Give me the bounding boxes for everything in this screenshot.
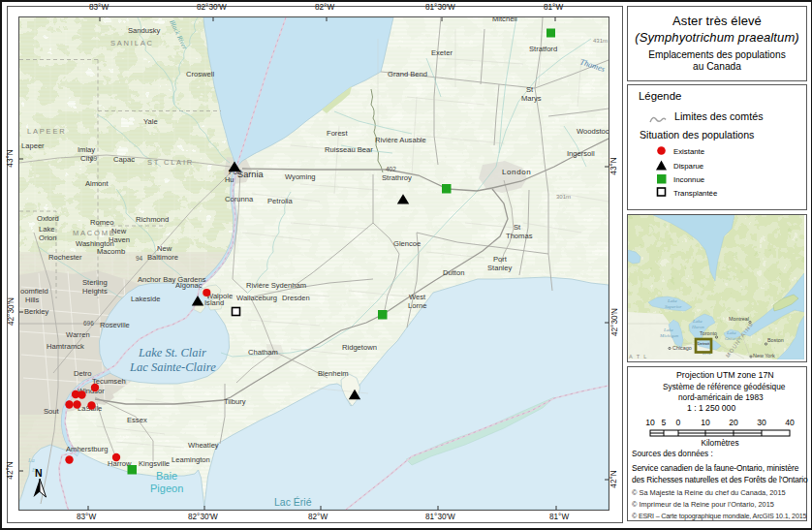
svg-text:Essex: Essex <box>127 416 147 424</box>
svg-text:A T L: A T L <box>629 354 648 359</box>
svg-text:5: 5 <box>662 418 667 427</box>
svg-text:40: 40 <box>785 418 795 427</box>
svg-text:30: 30 <box>757 418 766 427</box>
svg-text:Glencoe: Glencoe <box>393 239 421 248</box>
svg-text:Lac Sainte-Claire: Lac Sainte-Claire <box>129 360 216 374</box>
svg-text:St: St <box>526 85 534 94</box>
svg-text:Marys: Marys <box>521 94 542 103</box>
svg-text:Yale: Yale <box>143 117 158 126</box>
svg-text:Warren: Warren <box>66 330 90 339</box>
svg-text:LAPEER: LAPEER <box>27 127 66 136</box>
svg-text:Roseville: Roseville <box>100 321 130 329</box>
svg-text:Petrolia: Petrolia <box>267 197 294 205</box>
svg-text:Almont: Almont <box>85 179 109 188</box>
svg-text:301m: 301m <box>556 194 571 200</box>
svg-text:Thomas: Thomas <box>506 232 533 240</box>
svg-text:Pigeon: Pigeon <box>150 483 183 494</box>
svg-text:Berkley: Berkley <box>24 307 49 316</box>
svg-text:Detro: Detro <box>74 369 92 378</box>
svg-text:431m: 431m <box>593 38 608 44</box>
svg-text:Sout: Sout <box>44 407 60 416</box>
svg-text:Tilbury: Tilbury <box>224 397 246 406</box>
svg-text:402: 402 <box>386 166 396 172</box>
svg-text:Boston: Boston <box>767 337 784 343</box>
svg-text:Rivière Ausable: Rivière Ausable <box>375 136 426 144</box>
svg-text:Port: Port <box>493 255 508 264</box>
svg-text:Lake: Lake <box>692 319 703 324</box>
svg-text:Leamington: Leamington <box>172 455 210 464</box>
svg-text:Capac: Capac <box>113 155 135 164</box>
svg-text:Macomb: Macomb <box>97 247 125 256</box>
svg-text:Ridgetown: Ridgetown <box>342 343 377 352</box>
svg-text:10: 10 <box>645 418 655 427</box>
svg-text:Hamtramck: Hamtramck <box>47 342 84 351</box>
svg-text:Chatham: Chatham <box>248 348 278 357</box>
svg-text:Lake: Lake <box>39 225 54 234</box>
svg-text:Chicago: Chicago <box>672 345 692 351</box>
svg-text:St: St <box>514 223 521 232</box>
svg-text:Lapeer: Lapeer <box>21 141 45 150</box>
svg-text:Forest: Forest <box>327 129 348 138</box>
svg-text:Wallaceburg: Wallaceburg <box>236 294 277 302</box>
svg-text:Dutton: Dutton <box>443 268 464 277</box>
svg-text:Lake: Lake <box>667 298 678 303</box>
svg-text:Imlay: Imlay <box>78 145 95 154</box>
svg-text:New York: New York <box>753 353 775 359</box>
svg-text:Ingersoll: Ingersoll <box>567 149 595 158</box>
svg-text:Exeter: Exeter <box>431 48 453 57</box>
svg-text:10: 10 <box>701 418 710 427</box>
svg-text:Lakeside: Lakeside <box>131 295 160 303</box>
svg-text:Amherstburg: Amherstburg <box>66 445 108 453</box>
svg-text:Mitchell: Mitchell <box>492 17 517 23</box>
svg-text:oomfield: oomfield <box>20 287 48 296</box>
svg-text:La: La <box>27 456 35 463</box>
svg-text:Ruisseau Bear: Ruisseau Bear <box>325 145 373 154</box>
svg-text:Wheatley: Wheatley <box>188 441 219 450</box>
svg-text:Island: Island <box>204 298 224 307</box>
svg-text:Corunna: Corunna <box>225 195 254 203</box>
svg-text:20: 20 <box>729 418 738 427</box>
svg-text:Orion: Orion <box>39 234 57 242</box>
svg-text:SANILAC: SANILAC <box>110 39 154 47</box>
svg-text:Hu: Hu <box>225 175 234 184</box>
svg-text:Stanley: Stanley <box>487 264 513 272</box>
svg-text:Strathroy: Strathroy <box>382 173 412 182</box>
svg-text:Kingsville: Kingsville <box>139 459 170 468</box>
svg-text:69: 69 <box>90 155 98 162</box>
svg-text:Croswell: Croswell <box>186 70 214 78</box>
svg-text:Blenheim: Blenheim <box>318 369 349 378</box>
svg-text:Detroit: Detroit <box>698 341 710 346</box>
svg-text:Baie: Baie <box>156 470 177 482</box>
svg-text:0: 0 <box>676 418 681 427</box>
svg-text:West: West <box>409 293 426 301</box>
svg-text:Oxford: Oxford <box>37 214 59 223</box>
svg-text:Wyoming: Wyoming <box>285 172 316 181</box>
svg-text:Lake: Lake <box>726 330 737 335</box>
svg-text:Baltimore: Baltimore <box>147 253 178 262</box>
svg-text:94: 94 <box>136 255 143 262</box>
svg-text:Romeo: Romeo <box>90 218 113 227</box>
svg-text:Lac Érié: Lac Érié <box>274 496 312 508</box>
svg-text:Algonac: Algonac <box>175 281 203 290</box>
svg-text:Toronto: Toronto <box>700 330 717 336</box>
svg-text:New: New <box>157 244 172 253</box>
svg-text:MACOMB: MACOMB <box>73 229 116 237</box>
svg-text:Michigan: Michigan <box>659 333 679 338</box>
svg-text:Grand Bend: Grand Bend <box>388 70 427 78</box>
svg-text:ST CLAIR: ST CLAIR <box>147 158 194 167</box>
svg-text:Superior: Superior <box>665 304 682 309</box>
svg-text:Richmond: Richmond <box>136 215 169 224</box>
svg-text:Montreal: Montreal <box>729 316 749 322</box>
svg-text:Rivière Sydenham: Rivière Sydenham <box>246 281 306 290</box>
svg-text:696: 696 <box>83 320 94 327</box>
svg-text:Sterling: Sterling <box>82 278 108 287</box>
svg-text:London: London <box>502 168 531 176</box>
svg-text:Woodstock: Woodstock <box>577 127 609 136</box>
svg-text:Heights: Heights <box>82 287 108 296</box>
svg-text:Dresden: Dresden <box>282 294 310 302</box>
svg-text:Rochester: Rochester <box>48 253 82 262</box>
svg-text:Hills: Hills <box>25 296 40 304</box>
svg-text:Lake: Lake <box>663 327 674 332</box>
svg-text:Huron: Huron <box>691 325 704 329</box>
svg-text:Stratford: Stratford <box>529 45 557 53</box>
